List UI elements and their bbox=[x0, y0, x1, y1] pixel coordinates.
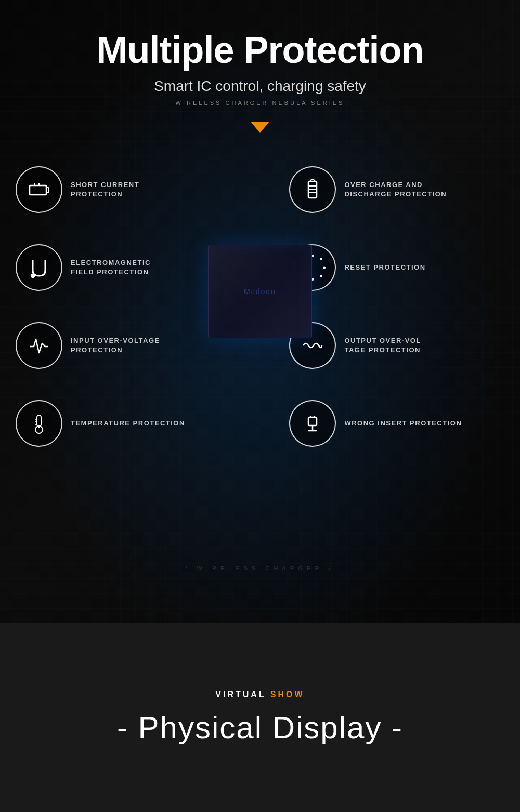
battery-icon bbox=[301, 178, 324, 201]
arrow-down-icon bbox=[251, 122, 269, 133]
top-section: Multiple Protection Smart IC control, ch… bbox=[0, 0, 520, 623]
short-current-icon-circle bbox=[16, 166, 62, 213]
chip-box: Mcdodo bbox=[208, 245, 312, 338]
wrong-insert-label: WRONG INSERT PROTECTION bbox=[344, 419, 462, 428]
svg-rect-16 bbox=[308, 417, 317, 425]
svg-rect-1 bbox=[46, 188, 49, 193]
protection-row-3: TEMPERATURE PROTECTION WRONG INSE bbox=[16, 400, 504, 447]
protection-item-over-charge: OVER CHARGE ANDDISCHARGE PROTECTION bbox=[289, 166, 504, 213]
chip-area: Mcdodo bbox=[208, 245, 312, 338]
u-icon bbox=[28, 256, 50, 279]
reset-label: RESET PROTECTION bbox=[344, 263, 425, 272]
virtual-label: VIRTUAL bbox=[215, 690, 266, 699]
thermometer-icon-circle bbox=[16, 400, 62, 447]
bottom-section: VIRTUAL SHOW - Physical Display - bbox=[0, 623, 520, 812]
input-overvoltage-label: INPUT OVER-VOLTAGEPROTECTION bbox=[71, 336, 160, 355]
protection-item-reset: RESET PROTECTION bbox=[289, 244, 504, 291]
chip-logo: Mcdodo bbox=[244, 287, 276, 296]
electromagnetic-label: ELECTROMAGNETICFIELD PROTECTION bbox=[71, 258, 151, 277]
protection-item-short-current: SHORT CURRENTPROTECTION bbox=[16, 166, 231, 213]
protection-item-output-overvoltage: OUTPUT OVER-VOLTAGE PROTECTION bbox=[289, 322, 504, 369]
svg-rect-10 bbox=[37, 415, 41, 427]
virtual-show-label: VIRTUAL SHOW bbox=[215, 690, 304, 699]
plug-icon-circle bbox=[289, 400, 336, 447]
short-current-label: SHORT CURRENTPROTECTION bbox=[71, 180, 139, 199]
thermometer-icon bbox=[28, 412, 50, 435]
plug-icon bbox=[301, 412, 324, 435]
watermark-text: / WIRELESS CHARGER / bbox=[185, 565, 334, 571]
pulse-icon-circle bbox=[16, 322, 62, 369]
physical-display-title: - Physical Display - bbox=[117, 710, 403, 746]
show-label: SHOW bbox=[270, 690, 305, 699]
over-charge-label: OVER CHARGE ANDDISCHARGE PROTECTION bbox=[344, 180, 447, 199]
pulse-icon bbox=[28, 334, 50, 357]
protection-item-wrong-insert: WRONG INSERT PROTECTION bbox=[289, 400, 504, 447]
u-icon-circle bbox=[16, 244, 62, 291]
sub-title: Smart IC control, charging safety bbox=[0, 78, 520, 95]
svg-point-9 bbox=[31, 274, 34, 277]
battery-icon-circle bbox=[289, 166, 336, 213]
svg-rect-0 bbox=[30, 185, 46, 195]
protection-item-electromagnetic: ELECTROMAGNETICFIELD PROTECTION bbox=[16, 244, 231, 291]
main-title: Multiple Protection bbox=[0, 31, 520, 69]
protection-row-0: SHORT CURRENTPROTECTION OVER CHAR bbox=[16, 166, 504, 213]
content-wrapper: Multiple Protection Smart IC control, ch… bbox=[0, 0, 520, 530]
protection-item-temperature: TEMPERATURE PROTECTION bbox=[16, 400, 231, 447]
protection-item-input-overvoltage: INPUT OVER-VOLTAGEPROTECTION bbox=[16, 322, 231, 369]
temperature-label: TEMPERATURE PROTECTION bbox=[71, 419, 185, 428]
short-current-icon bbox=[28, 178, 50, 201]
output-overvoltage-label: OUTPUT OVER-VOLTAGE PROTECTION bbox=[344, 336, 421, 355]
series-label: WIRELESS CHARGER NEBULA SERIES bbox=[0, 100, 520, 106]
